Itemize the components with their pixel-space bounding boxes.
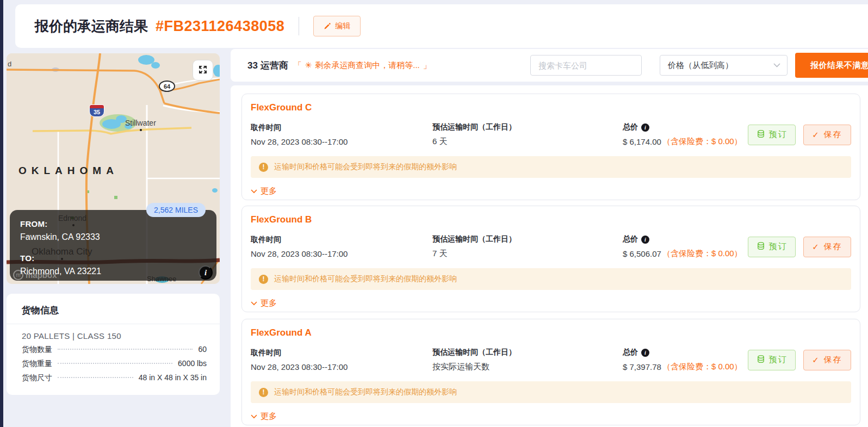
mapbox-label: mapbox [26, 270, 57, 280]
warning-icon: ! [259, 275, 268, 284]
coins-icon [757, 129, 765, 140]
transit-time-value: 按实际运输天数 [432, 362, 623, 372]
pickup-time-value: Nov 28, 2023 08:30--17:00 [251, 362, 432, 372]
mapbox-logo-icon: m [13, 270, 23, 280]
carrier-detail-row: 取件时间 Nov 28, 2023 08:30--17:00 预估运输时间（工作… [251, 348, 851, 372]
cargo-quantity-label: 货物数量 [22, 345, 52, 355]
insurance-note: （含保险费：$ 0.00） [662, 249, 742, 259]
save-button-label: 保存 [824, 355, 842, 365]
transit-time-label: 预估运输时间（工作日） [432, 234, 623, 244]
expand-icon [197, 64, 208, 77]
carrier-card: FlexGround A 取件时间 Nov 28, 2023 08:30--17… [241, 319, 860, 425]
pickup-time-value: Nov 28, 2023 08:30--17:00 [251, 137, 432, 146]
save-button-label: 保存 [824, 129, 842, 140]
cargo-summary: 20 PALLETS | CLASS 150 [22, 331, 207, 341]
more-label: 更多 [261, 411, 277, 422]
cargo-panel-title: 货物信息 [7, 294, 220, 324]
pickup-time-label: 取件时间 [251, 123, 432, 133]
carrier-name: FlexGround C [251, 102, 851, 113]
chevron-down-icon [251, 189, 257, 194]
insurance-note: （含保险费：$ 0.00） [662, 362, 742, 372]
carrier-card: FlexGround C 取件时间 Nov 28, 2023 08:30--17… [241, 94, 860, 200]
search-input[interactable] [530, 55, 642, 76]
carrier-detail-row: 取件时间 Nov 28, 2023 08:30--17:00 预估运输时间（工作… [251, 122, 851, 147]
more-label: 更多 [261, 298, 277, 308]
holiday-warning-banner: ! 运输时间和价格可能会受到即将到来的假期的额外影响 [251, 381, 851, 403]
left-edge-strip [0, 0, 3, 427]
save-button[interactable]: ✓ 保存 [803, 350, 851, 370]
route-map[interactable]: d Stillwater OKLAHOMA Edmond Oklahoma Ci… [7, 53, 220, 284]
sort-select[interactable]: 价格（从低到高） [660, 55, 788, 76]
transit-time-value: 6 天 [432, 137, 623, 147]
carrier-count-wrap: 33 运营商 「 ✳ 剩余承运商查询中，请稍等... 」 [247, 49, 431, 82]
warning-icon: ! [259, 163, 268, 172]
dotted-leader [58, 363, 172, 364]
pickup-time-label: 取件时间 [251, 235, 432, 245]
map-info-button[interactable]: i [199, 265, 213, 280]
price-info-icon[interactable]: i [641, 236, 649, 244]
carrier-card: FlexGround B 取件时间 Nov 28, 2023 08:30--17… [241, 206, 860, 312]
book-button[interactable]: 预订 [748, 350, 796, 370]
bracket-open: 「 [294, 60, 302, 71]
map-city-dot [140, 129, 142, 131]
book-button-label: 预订 [769, 355, 788, 365]
transit-time-label: 预估运输时间（工作日） [432, 348, 623, 357]
map-attribution: m mapbox [13, 270, 57, 280]
quote-results-page: 报价的承运商结果 #FB231126438058 编辑 [0, 0, 868, 427]
page-header: 报价的承运商结果 #FB231126438058 编辑 [15, 4, 868, 48]
pencil-icon [324, 22, 331, 30]
dotted-leader [58, 349, 193, 350]
cargo-row-quantity: 货物数量 60 [22, 345, 207, 355]
price-info-icon[interactable]: i [641, 349, 649, 357]
sort-select-value: 价格（从低到高） [668, 60, 733, 71]
dotted-leader [58, 377, 133, 378]
cargo-row-dimensions: 货物尺寸 48 in X 48 in X 35 in [22, 373, 207, 383]
cargo-dimensions-value: 48 in X 48 in X 35 in [139, 373, 207, 382]
transit-time-value: 7 天 [432, 249, 623, 259]
from-address: Fawnskin, CA 92333 [20, 232, 207, 242]
more-toggle[interactable]: 更多 [251, 411, 289, 422]
header-divider [299, 17, 299, 35]
edit-button[interactable]: 编辑 [313, 16, 361, 36]
warning-text: 运输时间和价格可能会受到即将到来的假期的额外影响 [274, 387, 457, 397]
carrier-name: FlexGround B [251, 214, 851, 225]
total-price-value: $ 6,174.00 [623, 137, 661, 146]
carrier-results-panel: FlexGround C 取件时间 Nov 28, 2023 08:30--17… [231, 85, 868, 427]
price-info-icon[interactable]: i [641, 123, 649, 132]
results-toolbar: 33 运营商 「 ✳ 剩余承运商查询中，请稍等... 」 价格（从低到高） 报价… [231, 49, 868, 82]
book-button[interactable]: 预订 [748, 237, 796, 257]
map-expand-button[interactable] [193, 60, 213, 81]
transit-time-label: 预估运输时间（工作日） [432, 122, 623, 132]
book-button[interactable]: 预订 [748, 125, 796, 145]
map-road-label-fragment: d [8, 60, 11, 68]
map-city-label-stillwater: Stillwater [125, 119, 156, 127]
quote-feedback-button[interactable]: 报价结果不满意 [795, 53, 868, 78]
chevron-down-icon [251, 414, 257, 419]
save-button[interactable]: ✓ 保存 [803, 125, 851, 145]
cargo-quantity-value: 60 [198, 345, 207, 354]
total-price-label: 总价 [623, 122, 638, 132]
book-button-label: 预订 [769, 242, 788, 252]
chevron-down-icon [773, 63, 780, 67]
us-route-64-shield: 64 [159, 81, 175, 92]
check-icon: ✓ [812, 242, 820, 252]
pickup-time-label: 取件时间 [251, 348, 432, 358]
spinner-icon: ✳ [305, 60, 312, 70]
carrier-count: 33 运营商 [247, 59, 288, 72]
interstate-35-shield: 35 [89, 104, 104, 117]
save-button[interactable]: ✓ 保存 [803, 237, 851, 257]
distance-badge: 2,562 MILES [146, 203, 206, 217]
insurance-note: （含保险费：$ 0.00） [662, 137, 742, 147]
cargo-panel-body: 20 PALLETS | CLASS 150 货物数量 60 货物重量 6000… [7, 324, 220, 383]
cargo-weight-label: 货物重量 [22, 359, 52, 369]
more-toggle[interactable]: 更多 [251, 298, 289, 308]
cargo-info-panel: 货物信息 20 PALLETS | CLASS 150 货物数量 60 货物重量… [7, 294, 220, 395]
map-state-label: OKLAHOMA [18, 165, 119, 177]
from-label: FROM: [20, 219, 207, 228]
warning-icon: ! [259, 388, 268, 397]
check-icon: ✓ [812, 130, 820, 140]
more-toggle[interactable]: 更多 [251, 186, 289, 196]
total-price-label: 总价 [623, 348, 638, 357]
loading-message: 剩余承运商查询中，请稍等... [315, 60, 420, 71]
total-price-value: $ 7,397.78 [623, 362, 661, 372]
